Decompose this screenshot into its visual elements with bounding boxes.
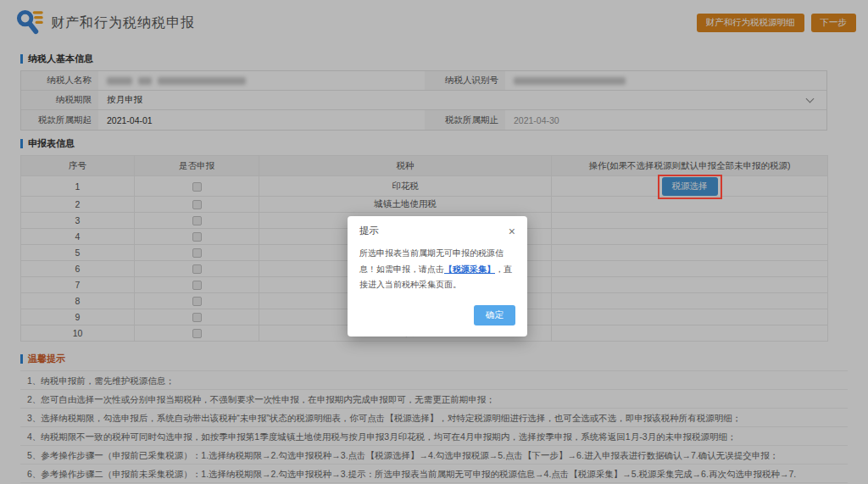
tax-source-collect-link[interactable]: 【税源采集】 bbox=[444, 264, 495, 274]
notice-dialog: 提示 × 所选申报表当前属期无可申报的税源信息！如需申报，请点击【税源采集】，直… bbox=[348, 216, 527, 337]
close-icon[interactable]: × bbox=[509, 226, 515, 236]
dialog-message: 所选申报表当前属期无可申报的税源信息！如需申报，请点击【税源采集】，直接进入当前… bbox=[348, 242, 527, 298]
confirm-button[interactable]: 确定 bbox=[474, 305, 515, 325]
dialog-title: 提示 bbox=[359, 225, 379, 237]
